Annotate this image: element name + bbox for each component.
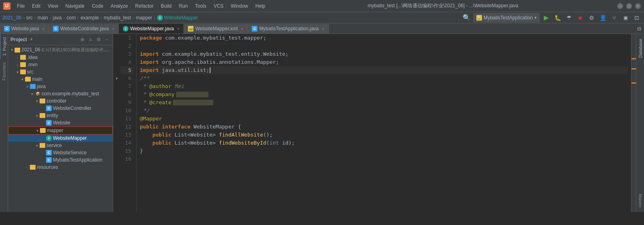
nav-java[interactable]: java	[53, 15, 62, 21]
menu-edit[interactable]: Edit	[29, 2, 44, 10]
close-button[interactable]: ×	[635, 3, 641, 9]
more-btn[interactable]: ⊡	[632, 13, 642, 23]
tab-mybatis-app[interactable]: C MybatisTestApplication.java ×	[248, 24, 328, 34]
run-btn[interactable]: ▶	[541, 13, 551, 23]
nav-example[interactable]: example	[80, 15, 99, 21]
menu-navigate[interactable]: Navigate	[62, 2, 88, 10]
root-label: 2021_06 E:\计算机1901\网络通信编程\作业\2021	[21, 47, 111, 53]
tree-mapper[interactable]: ▾ mapper	[8, 126, 113, 135]
tab-close-website[interactable]: ×	[42, 27, 44, 31]
tab-close-app[interactable]: ×	[322, 27, 324, 31]
menu-help[interactable]: Help	[252, 2, 269, 10]
tree-controller[interactable]: ▾ controller	[8, 97, 113, 105]
project-tab[interactable]: 1: Project	[0, 34, 8, 59]
tree-main[interactable]: ▾ main	[8, 76, 113, 83]
menu-build[interactable]: Build	[158, 2, 175, 10]
ln-15: 15	[120, 147, 134, 155]
code-editor[interactable]: package com.example.mybatis_test.mapper;…	[137, 34, 631, 212]
root-icon	[15, 48, 20, 53]
tree-service[interactable]: ▾ service	[8, 142, 113, 149]
settings-btn[interactable]: ⚙	[587, 13, 596, 23]
nav-2021-06[interactable]: 2021_06	[2, 15, 21, 21]
search-everywhere-btn[interactable]: 🔍	[462, 13, 471, 23]
title-bar: IJ File Edit View Navigate Code Analyze …	[0, 0, 644, 12]
debug-btn[interactable]: 🐛	[553, 13, 562, 23]
code-line-12: public interface WebsiteMapper {	[140, 123, 628, 131]
vertical-tabs: 1: Project Favorites	[0, 34, 8, 212]
tree-root[interactable]: ▾ 2021_06 E:\计算机1901\网络通信编程\作业\2021	[8, 46, 113, 54]
code-line-8: * @company	[140, 90, 628, 99]
sidebar-dropdown-icon[interactable]: ▾	[30, 37, 33, 42]
nav-main[interactable]: main	[38, 15, 48, 21]
sidebar-minimize-btn[interactable]: −	[103, 36, 110, 43]
res-icon	[30, 165, 36, 170]
menu-tools[interactable]: Tools	[192, 2, 210, 10]
menu-run[interactable]: Run	[176, 2, 191, 10]
profile-btn[interactable]: 👤	[598, 13, 608, 23]
menu-refactor[interactable]: Refactor	[132, 2, 157, 10]
menu-analyze[interactable]: Analyze	[107, 2, 131, 10]
nav-mapper[interactable]: mapper	[136, 15, 152, 21]
nav-mybatis-test[interactable]: mybatis_test	[104, 15, 131, 21]
code-line-16	[140, 155, 628, 163]
scroll-marker-2	[631, 68, 636, 69]
coverage-btn[interactable]: ☂	[564, 13, 574, 23]
stop-btn[interactable]: ■	[575, 13, 585, 23]
nav-website-mapper[interactable]: I WebsiteMapper	[157, 15, 198, 21]
ctrl-label: controller	[46, 98, 66, 104]
code-line-15: }	[140, 147, 628, 155]
tree-website-controller[interactable]: › C WebsiteController	[8, 105, 113, 112]
maximize-button[interactable]: □	[626, 3, 632, 9]
tree-website-class[interactable]: › C Website	[8, 119, 113, 126]
maven-tab[interactable]: Maven	[637, 191, 644, 210]
tab-website-controller[interactable]: C WebsiteController.java ×	[49, 24, 119, 34]
editor-area: ▾ 1 2 3 4 5 6 7 8	[113, 34, 636, 212]
ln-3: 3	[120, 50, 134, 58]
code-line-14: public List<Website> findWebsiteById(int…	[140, 139, 628, 147]
code-line-2	[140, 42, 628, 50]
menu-view[interactable]: View	[44, 2, 61, 10]
menu-window[interactable]: Window	[227, 2, 251, 10]
tree-com-example[interactable]: ▾ 📦 com.example.mybatis_test	[8, 90, 113, 97]
split-btn[interactable]: ⊟	[634, 24, 644, 34]
tab-close-xml[interactable]: ×	[241, 27, 244, 31]
tab-label-xml: WebsiteMapper.xml	[195, 26, 238, 32]
tab-close-wm[interactable]: ×	[177, 27, 180, 31]
gutter-2	[113, 42, 120, 50]
idea-label: .idea	[27, 55, 38, 60]
app-icon: C	[46, 157, 52, 163]
tree-resources[interactable]: › resources	[8, 164, 113, 171]
tab-website-mapper-xml[interactable]: xml WebsiteMapper.xml ×	[184, 24, 248, 34]
ln-8: 8	[120, 90, 134, 99]
git-btn[interactable]: ⑂	[609, 13, 619, 23]
pkg-arrow: ▾	[29, 91, 35, 97]
menu-file[interactable]: File	[14, 2, 28, 10]
tree-website-mapper[interactable]: › I WebsiteMapper	[8, 135, 113, 142]
run-configuration[interactable]: 🍃 MybatisTestApplication ▾	[473, 13, 540, 23]
sidebar-settings-btn[interactable]: ⚙	[95, 36, 102, 43]
sidebar-locate-btn[interactable]: ⊕	[79, 36, 86, 43]
database-tab[interactable]: Database	[637, 36, 644, 61]
tree-idea[interactable]: › .idea	[8, 54, 113, 61]
sidebar-header-buttons: ⊕ ≡ ⚙ −	[79, 36, 110, 43]
code-line-5: import java.util.List;	[140, 66, 628, 74]
tree-java[interactable]: ▾ java	[8, 83, 113, 90]
code-line-6: /**	[140, 74, 628, 82]
tab-close-wc[interactable]: ×	[112, 27, 114, 31]
tree-website-service[interactable]: › C WebsiteService	[8, 149, 113, 156]
tree-mvn[interactable]: › .mvn	[8, 61, 113, 68]
menu-code[interactable]: Code	[88, 2, 107, 10]
minimize-button[interactable]: −	[617, 3, 623, 9]
tree-mybatis-app[interactable]: › C MybatisTestApplication	[8, 156, 113, 164]
nav-com[interactable]: com	[67, 15, 76, 21]
favorites-tab[interactable]: Favorites	[0, 59, 8, 84]
nav-src[interactable]: src	[26, 15, 33, 21]
menu-vcs[interactable]: VCS	[210, 2, 227, 10]
sidebar-collapse-btn[interactable]: ≡	[87, 36, 94, 43]
tree-src[interactable]: ▾ src	[8, 68, 113, 76]
tab-website[interactable]: C Website.java ×	[0, 24, 49, 34]
tab-website-mapper[interactable]: I WebsiteMapper.java ×	[119, 24, 184, 34]
terminal-btn[interactable]: ▣	[621, 13, 630, 23]
tree-entity[interactable]: ▾ entity	[8, 112, 113, 119]
tab-label-app: MybatisTestApplication.java	[259, 26, 318, 32]
